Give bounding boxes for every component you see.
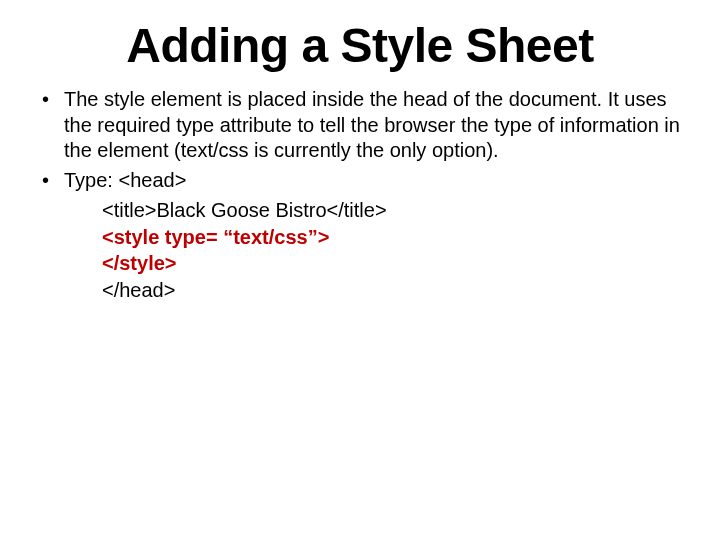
code-line: </head> xyxy=(102,277,692,303)
code-block: <title>Black Goose Bistro</title> <style… xyxy=(102,197,692,303)
page-title: Adding a Style Sheet xyxy=(28,18,692,73)
slide: Adding a Style Sheet The style element i… xyxy=(0,0,720,540)
code-line: <title>Black Goose Bistro</title> xyxy=(102,197,692,223)
bullet-list: The style element is placed inside the h… xyxy=(28,87,692,193)
bullet-item: The style element is placed inside the h… xyxy=(36,87,692,164)
code-line-emphasis: <style type= “text/css”> xyxy=(102,224,692,250)
bullet-item: Type: <head> xyxy=(36,168,692,194)
code-line-emphasis: </style> xyxy=(102,250,692,276)
